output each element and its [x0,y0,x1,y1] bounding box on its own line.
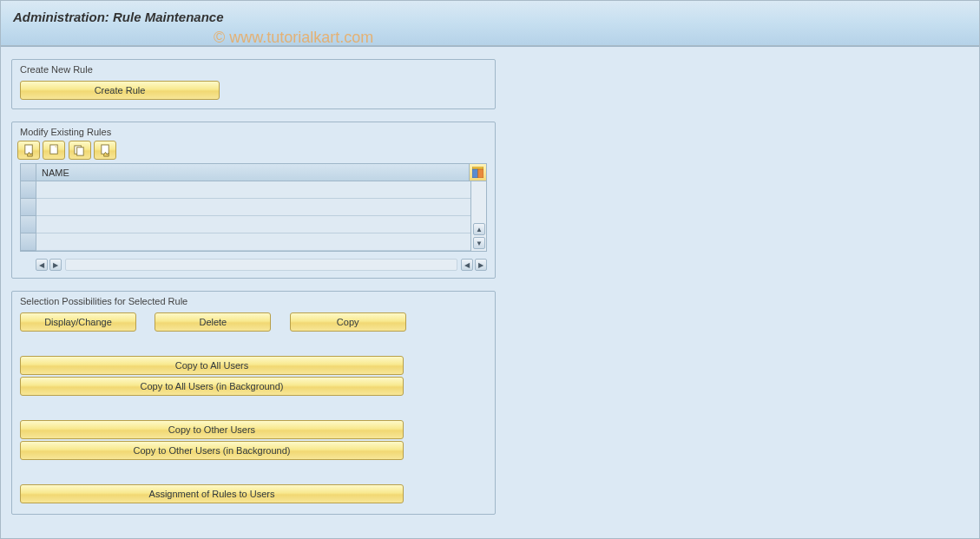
groupbox-selection: Selection Possibilities for Selected Rul… [11,291,496,515]
groupbox-label-modify: Modify Existing Rules [12,122,495,141]
table-toolbar [12,141,495,163]
table-config-button[interactable] [469,164,486,181]
copy-to-other-users-button[interactable]: Copy to Other Users [20,420,404,439]
page-hand-icon-2 [99,144,112,157]
column-header-name[interactable]: NAME [36,164,469,181]
toolbar-btn-1[interactable] [17,141,40,160]
table-row [21,233,470,251]
cell-name[interactable] [36,199,470,216]
page-copy-icon [73,144,86,157]
toolbar-btn-4[interactable] [94,141,116,160]
table-row [21,181,470,199]
rules-table: NAME [20,163,487,252]
title-bar: Administration: Rule Maintenance © www.t… [1,1,979,46]
row-selector[interactable] [21,216,36,233]
table-row [21,199,470,216]
toolbar-btn-3[interactable] [69,141,91,160]
page-title: Administration: Rule Maintenance [13,10,967,24]
row-selector[interactable] [21,181,36,199]
table-config-icon [472,167,483,178]
vertical-scrollbar[interactable]: ▲ ▼ [470,181,486,251]
table-body [21,181,470,251]
horizontal-scrollbar: ◀ ▶ ◀ ▶ [12,255,495,278]
scroll-up-button[interactable]: ▲ [473,223,485,235]
copy-to-other-users-bg-button[interactable]: Copy to Other Users (in Background) [20,441,404,460]
cell-name[interactable] [36,216,470,233]
page-icon [48,144,61,157]
scroll-down-button[interactable]: ▼ [473,237,485,249]
cell-name[interactable] [36,233,470,251]
scroll-right-button[interactable]: ▶ [49,259,62,271]
row-selector[interactable] [21,199,36,216]
groupbox-create-rule: Create New Rule Create Rule [11,59,496,109]
scroll-track[interactable] [65,259,457,271]
create-rule-button[interactable]: Create Rule [20,81,220,100]
groupbox-modify-rules: Modify Existing Rules NAME [11,122,496,279]
row-selector-header[interactable] [21,164,36,181]
row-selector[interactable] [21,233,36,251]
cell-name[interactable] [36,181,470,199]
toolbar-btn-2[interactable] [43,141,65,160]
groupbox-label-selection: Selection Possibilities for Selected Rul… [12,292,495,310]
delete-button[interactable]: Delete [155,312,271,332]
groupbox-label-create: Create New Rule [12,60,495,78]
svg-rect-5 [472,167,483,169]
copy-button[interactable]: Copy [290,312,406,332]
table-row [21,216,470,233]
svg-rect-3 [77,147,84,154]
svg-rect-7 [478,169,484,178]
scroll-left-button[interactable]: ◀ [36,259,48,271]
copy-to-all-users-button[interactable]: Copy to All Users [20,356,404,375]
svg-rect-6 [472,169,478,178]
content-area: Create New Rule Create Rule Modify Exist… [1,46,979,538]
display-change-button[interactable]: Display/Change [20,312,136,332]
scroll-left-end-button[interactable]: ◀ [461,259,473,271]
copy-to-all-users-bg-button[interactable]: Copy to All Users (in Background) [20,377,404,396]
watermark: © www.tutorialkart.com [214,29,373,47]
scroll-right-end-button[interactable]: ▶ [475,259,487,271]
assignment-rules-button[interactable]: Assignment of Rules to Users [20,484,404,503]
page-hand-icon [23,144,36,157]
